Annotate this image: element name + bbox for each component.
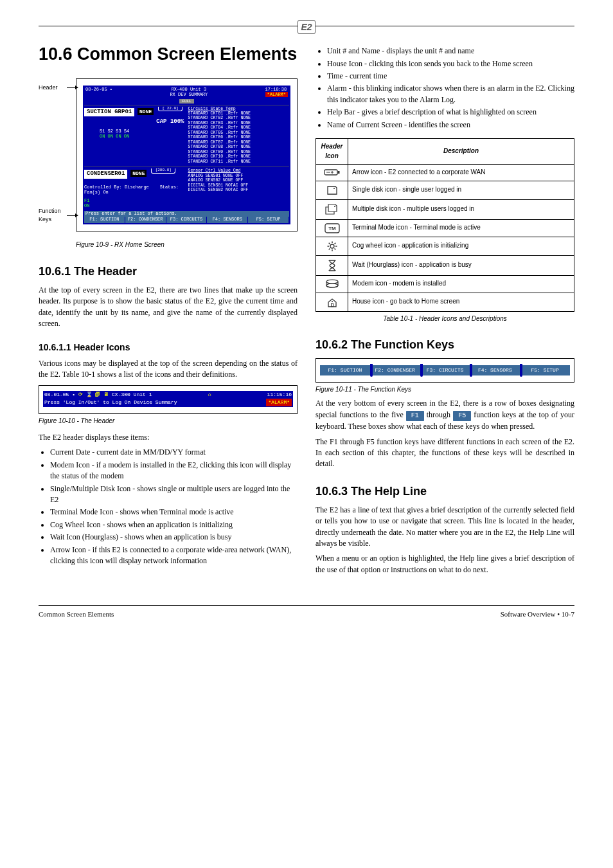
condenser-title: CONDENSER01 (84, 170, 127, 179)
icon-desc: Arrow icon - E2 connected to a corporate… (348, 165, 574, 181)
table-row: Multiple disk icon - multiple users logg… (316, 199, 574, 219)
page-top-rule: E2 (39, 26, 574, 41)
header-items-intro: The E2 header displays these items: (39, 432, 298, 443)
svg-point-25 (332, 301, 333, 302)
help-body-2: When a menu or an option is highlighted,… (315, 553, 574, 575)
figure-10-10-caption: Figure 10-10 - The Header (39, 417, 298, 426)
f5-key: F5 (453, 411, 471, 422)
condenser-none: NONE (130, 170, 147, 177)
table-row: House icon - go back to Home screen (316, 293, 574, 311)
svg-line-17 (334, 242, 335, 244)
term-time-alarm: 17:18:38*ALARM* (265, 87, 288, 97)
icon-desc: House icon - go back to Home screen (348, 293, 574, 311)
section-10-6-title: 10.6 Common Screen Elements (39, 44, 298, 64)
hdr-time: 11:15:16 (267, 392, 292, 398)
footer-left: Common Screen Elements (39, 610, 114, 620)
e2-logo: E2 (298, 20, 315, 34)
condenser-sp: [200.0] (151, 168, 175, 174)
stages-values: ON ON ON ON (100, 134, 186, 140)
table-row: Wait (Hourglass) icon - application is b… (316, 255, 574, 275)
circuits-list: Circuits State Temp STANDARD CKT01 .Refr… (188, 107, 290, 165)
table-row: TMTerminal Mode icon - Terminal mode is … (316, 219, 574, 237)
suction-sp: [ 22.0] (158, 107, 182, 112)
fan-f1: F1 ON (84, 199, 186, 208)
icon-desc: Multiple disk icon - multiple users logg… (348, 199, 574, 219)
hdr-corp: ⌂ (208, 392, 211, 398)
icon-desc: Terminal Mode icon - Terminal mode is ac… (348, 219, 574, 237)
func-body-1: At the very bottom of every screen in th… (315, 398, 574, 432)
disk-icon (316, 181, 348, 199)
footer-right: Software Overview • 10-7 (501, 610, 574, 620)
svg-point-23 (326, 284, 338, 287)
left-column: 10.6 Common Screen Elements Header Funct… (39, 44, 298, 579)
header-item-list-right: Unit # and Name - displays the unit # an… (327, 46, 574, 131)
term-title: RX-400 Unit 3 RX DEV SUMMARY (170, 87, 208, 97)
term-func-bar: F1: SUCTIONF2: CONDENSERF3: CIRCUITSF4: … (84, 217, 289, 223)
right-column: Unit # and Name - displays the unit # an… (315, 44, 574, 579)
svg-line-11 (334, 248, 335, 249)
arrow-header: Header (39, 84, 76, 92)
svg-point-6 (334, 206, 335, 207)
hdr-sub: Press 'Log In/Out' to Log On Device Summ… (44, 399, 177, 406)
rx-home-screen: 08-26-05 • RX-400 Unit 3 RX DEV SUMMARY … (83, 86, 290, 224)
tm-icon: TM (316, 219, 348, 237)
modem-icon (316, 275, 348, 293)
svg-rect-1 (337, 171, 339, 174)
hourglass-icon (316, 255, 348, 275)
table-row: Single disk icon - single user logged in (316, 181, 574, 199)
help-body-1: The E2 has a line of text that gives a b… (315, 505, 574, 550)
cap-label: CAP 100% (84, 119, 184, 125)
svg-point-22 (326, 280, 338, 284)
icon-desc: Single disk icon - single user logged in (348, 181, 574, 199)
house-icon (316, 293, 348, 311)
icon-desc: Modem icon - modem is installed (348, 275, 574, 293)
page-footer: Common Screen Elements Software Overview… (39, 605, 574, 620)
cog-icon (316, 237, 348, 255)
header-icons-table: Header Icon Description Arrow icon - E2 … (315, 138, 574, 312)
svg-point-5 (333, 188, 335, 189)
full-badge: FULL (179, 99, 193, 104)
figure-10-9-caption: Figure 10-9 - RX Home Screen (76, 240, 298, 250)
func-body-2: The F1 through F5 function keys have dif… (315, 437, 574, 470)
svg-line-13 (328, 248, 330, 249)
header-desc-para: At the top of every screen in the E2, th… (39, 285, 298, 330)
icon-desc: Cog wheel icon - application is initiali… (348, 237, 574, 255)
f1-key: F1 (406, 411, 424, 422)
svg-text:TM: TM (328, 226, 336, 231)
disks-icon (316, 199, 348, 219)
figure-10-9: 08-26-05 • RX-400 Unit 3 RX DEV SUMMARY … (76, 78, 298, 231)
section-10-6-3-title: 10.6.3 The Help Line (315, 483, 574, 500)
suction-title: SUCTION GRP01 (84, 108, 134, 117)
suction-none: NONE (138, 108, 154, 115)
funcbar-keys: F1: SUCTIONF2: CONDENSERF3: CIRCUITSF4: … (320, 365, 570, 375)
svg-point-9 (330, 244, 334, 248)
sensor-list: Sensor Ctrl Value Cmd ANALOG SENS01 NONE… (188, 168, 290, 209)
figure-10-11: F1: SUCTIONF2: CONDENSERF3: CIRCUITSF4: … (315, 358, 574, 383)
th-icon: Header Icon (316, 139, 348, 165)
term-help-line: Press enter for a list of actions. (84, 211, 289, 217)
table-row: Modem icon - modem is installed (316, 275, 574, 293)
table-row: Arrow icon - E2 connected to a corporate… (316, 165, 574, 181)
header-item-list-left: Current Date - current date in MM/DD/YY … (50, 447, 298, 566)
figure-10-11-caption: Figure 10-11 - The Function Keys (315, 385, 574, 395)
icon-table-body: Arrow icon - E2 connected to a corporate… (316, 165, 574, 312)
arrow-func: Function Keys (39, 207, 76, 224)
header-icons-para: Various icons may be displayed at the to… (39, 358, 298, 381)
hdr-alarm: *ALARM* (266, 399, 292, 406)
section-10-6-1-title: 10.6.1 The Header (39, 263, 298, 280)
svg-rect-24 (331, 303, 333, 307)
battery-icon (316, 165, 348, 181)
term-date: 08-26-05 • (85, 87, 112, 97)
th-desc: Description (348, 139, 574, 165)
section-10-6-1-1-title: 10.6.1.1 Header Icons (39, 341, 298, 354)
svg-line-15 (328, 242, 330, 244)
figure-10-10: 08-01-05 • ⟳ ⌛ 🗐 🖥 CX-300 Unit 1 ⌂ 11:15… (39, 385, 298, 413)
table-10-1-caption: Table 10-1 - Header Icons and Descriptio… (315, 314, 574, 324)
table-row: Cog wheel icon - application is initiali… (316, 237, 574, 255)
section-10-6-2-title: 10.6.2 The Function Keys (315, 336, 574, 353)
hdr-date: 08-01-05 • ⟳ ⌛ 🗐 🖥 CX-300 Unit 1 (44, 392, 152, 398)
icon-desc: Wait (Hourglass) icon - application is b… (348, 255, 574, 275)
